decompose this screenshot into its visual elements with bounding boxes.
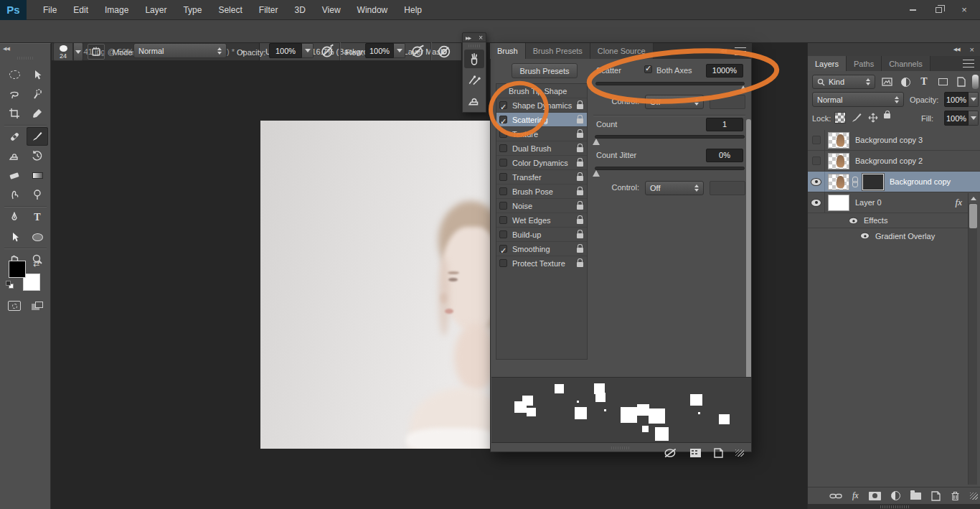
option-texture[interactable]: Texture	[496, 127, 587, 141]
option-shape-dynamics[interactable]: Shape Dynamics	[496, 98, 587, 113]
menu-view[interactable]: View	[322, 5, 341, 15]
fill-dropdown[interactable]	[969, 111, 979, 126]
gradient-tool[interactable]	[27, 166, 48, 185]
menu-window[interactable]: Window	[357, 5, 388, 15]
lock-icon[interactable]	[577, 104, 583, 109]
clone-source-icon[interactable]	[464, 91, 484, 110]
expand-dock-icon[interactable]: ▶▶	[466, 35, 471, 40]
brush-tool-selected[interactable]	[27, 127, 48, 146]
lock-icon[interactable]	[577, 147, 583, 152]
checkbox-icon[interactable]	[499, 202, 507, 210]
close-dock-icon[interactable]: ×	[970, 45, 974, 54]
option-brush-pose[interactable]: Brush Pose	[496, 185, 587, 199]
brush-size-preview[interactable]: 24	[53, 42, 73, 61]
slider-thumb[interactable]	[740, 85, 747, 92]
brush-panel-icon[interactable]	[464, 50, 484, 68]
collapse-panel-icon[interactable]: ◀◀	[720, 48, 726, 54]
filter-type-layers-icon[interactable]: T	[916, 76, 932, 88]
restore-button[interactable]	[927, 4, 950, 17]
brush-picker-dropdown[interactable]	[73, 42, 83, 61]
panel-bottom-grip[interactable]	[880, 505, 909, 508]
option-color-dynamics[interactable]: Color Dynamics	[496, 156, 587, 170]
count-jitter-value-field[interactable]: 0%	[706, 149, 743, 162]
layer-filter-toggle[interactable]	[972, 75, 979, 89]
history-brush-tool[interactable]	[27, 146, 48, 165]
scatter-control-dropdown[interactable]: Off	[645, 95, 704, 109]
new-group-icon[interactable]	[910, 492, 921, 500]
layer-style-icon[interactable]: fx	[852, 490, 859, 501]
pen-tool[interactable]	[4, 208, 25, 227]
layer-row-background-copy-selected[interactable]: Background copy	[808, 172, 980, 192]
layer-thumbnail[interactable]	[828, 132, 849, 149]
layer-thumbnail[interactable]	[828, 195, 849, 211]
resize-handle[interactable]	[735, 449, 744, 457]
checkbox-checked-icon[interactable]	[499, 101, 507, 109]
checkbox-icon[interactable]	[499, 187, 507, 195]
option-smoothing[interactable]: Smoothing	[496, 242, 587, 256]
lock-icon[interactable]	[577, 118, 583, 123]
checkbox-icon[interactable]	[499, 144, 507, 152]
layer-opacity-dropdown[interactable]	[969, 92, 979, 107]
gradient-overlay-row[interactable]: Gradient Overlay	[808, 228, 968, 243]
lock-icon[interactable]	[577, 176, 583, 181]
option-scattering-selected[interactable]: Scattering	[496, 113, 587, 127]
checkbox-icon[interactable]	[499, 173, 507, 181]
filter-adjustment-layers-icon[interactable]	[897, 75, 913, 89]
tab-clone-source[interactable]: Clone Source	[590, 43, 654, 59]
menu-help[interactable]: Help	[404, 5, 422, 15]
option-transfer[interactable]: Transfer	[496, 170, 587, 185]
menu-layer[interactable]: Layer	[145, 5, 166, 15]
minimize-button[interactable]	[901, 4, 924, 17]
link-layers-icon[interactable]	[829, 492, 842, 500]
brush-presets-icon[interactable]	[464, 71, 484, 90]
option-wet-edges[interactable]: Wet Edges	[496, 213, 587, 228]
effects-row[interactable]: Effects	[808, 213, 968, 228]
layer-thumbnail[interactable]	[828, 153, 849, 169]
delete-layer-icon[interactable]	[951, 491, 960, 501]
visibility-toggle[interactable]	[808, 192, 825, 213]
stroke-preview-toggle-icon[interactable]	[664, 447, 678, 459]
foreground-color-swatch[interactable]	[9, 261, 26, 278]
brush-presets-button[interactable]: Brush Presets	[512, 63, 578, 78]
lock-icon[interactable]	[577, 233, 583, 238]
count-slider[interactable]	[595, 135, 745, 139]
checkbox-icon[interactable]	[499, 259, 507, 267]
checkbox-icon[interactable]	[499, 130, 507, 138]
pressure-size-icon[interactable]	[436, 44, 452, 60]
eraser-tool[interactable]	[4, 166, 25, 185]
tab-brush-presets[interactable]: Brush Presets	[526, 43, 590, 59]
collapse-dock-icon[interactable]: ◀◀	[953, 47, 960, 52]
smudge-tool[interactable]	[4, 185, 25, 204]
layer-mask-thumbnail[interactable]	[862, 174, 884, 190]
lock-icon[interactable]	[577, 219, 583, 224]
slider-thumb[interactable]	[593, 170, 600, 177]
layer-row-layer-0[interactable]: Layer 0 fx	[808, 192, 968, 213]
filter-smart-objects-icon[interactable]	[953, 75, 969, 89]
tab-brush[interactable]: Brush	[490, 43, 526, 59]
scatter-value-field[interactable]: 1000%	[706, 64, 743, 78]
eye-icon[interactable]	[861, 233, 869, 239]
panel-scrollbar[interactable]	[746, 119, 751, 417]
path-selection-tool[interactable]	[4, 228, 25, 246]
brush-tip-shape-item[interactable]: Brush Tip Shape	[496, 84, 587, 98]
scrollbar-thumb[interactable]	[969, 204, 977, 228]
layer-blend-mode-dropdown[interactable]: Normal	[812, 92, 904, 107]
swap-colors-icon[interactable]: ⇄	[33, 259, 39, 268]
checkbox-icon[interactable]	[499, 216, 507, 224]
quick-selection-tool[interactable]	[27, 85, 48, 103]
eye-icon[interactable]	[849, 218, 857, 223]
panel-menu-icon[interactable]	[963, 60, 974, 67]
visibility-toggle[interactable]	[808, 130, 825, 150]
clone-stamp-tool[interactable]	[4, 146, 25, 165]
lock-pixels-icon[interactable]	[851, 112, 862, 123]
option-dual-brush[interactable]: Dual Brush	[496, 141, 587, 156]
opacity-value-field[interactable]: 100%	[269, 43, 302, 58]
visibility-toggle[interactable]	[808, 151, 825, 171]
menu-image[interactable]: Image	[105, 5, 128, 15]
filter-pixel-layers-icon[interactable]	[879, 75, 895, 89]
quick-mask-button[interactable]	[4, 296, 25, 315]
checkbox-checked-icon[interactable]	[499, 245, 507, 253]
lock-icon[interactable]	[577, 162, 583, 167]
filter-shape-layers-icon[interactable]	[935, 75, 951, 89]
menu-type[interactable]: Type	[183, 5, 202, 15]
